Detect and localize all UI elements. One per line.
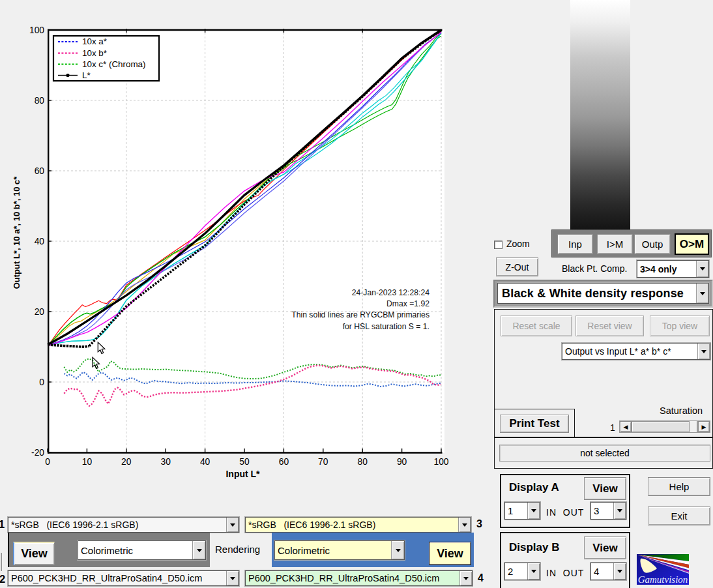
svg-text:for HSL saturation S = 1.: for HSL saturation S = 1.: [343, 322, 429, 331]
svg-text:Gamutvision: Gamutvision: [638, 574, 688, 585]
svg-text:80: 80: [35, 96, 45, 106]
svg-text:Thin solid lines are RYGCBM pr: Thin solid lines are RYGCBM primaries: [291, 310, 429, 319]
svg-text:20: 20: [121, 457, 132, 467]
svg-text:50: 50: [239, 457, 250, 467]
svg-text:Input L*: Input L*: [226, 469, 260, 479]
svg-text:0: 0: [45, 457, 50, 467]
svg-text:100: 100: [433, 457, 448, 467]
svg-text:100: 100: [29, 25, 44, 35]
svg-text:10x c* (Chroma): 10x c* (Chroma): [82, 59, 145, 69]
svg-text:Output L*, 10 a*, 10 b*, 10 c*: Output L*, 10 a*, 10 b*, 10 c*: [12, 176, 22, 289]
svg-text:24-Jan-2023 12:28:24: 24-Jan-2023 12:28:24: [352, 288, 429, 297]
svg-text:10x b*: 10x b*: [82, 48, 107, 58]
svg-text:60: 60: [279, 457, 289, 467]
svg-text:-20: -20: [31, 448, 44, 458]
svg-text:10x a*: 10x a*: [82, 37, 107, 46]
svg-text:0: 0: [39, 377, 44, 387]
svg-text:40: 40: [200, 457, 211, 467]
svg-text:90: 90: [397, 457, 407, 467]
svg-text:10: 10: [82, 457, 93, 467]
svg-text:30: 30: [161, 457, 171, 467]
svg-text:20: 20: [35, 307, 45, 317]
svg-text:40: 40: [35, 237, 45, 246]
svg-text:60: 60: [35, 166, 45, 176]
svg-text:70: 70: [318, 457, 328, 467]
svg-text:Dmax =1.92: Dmax =1.92: [386, 299, 429, 308]
svg-text:L*: L*: [82, 70, 91, 80]
svg-text:80: 80: [358, 457, 368, 467]
